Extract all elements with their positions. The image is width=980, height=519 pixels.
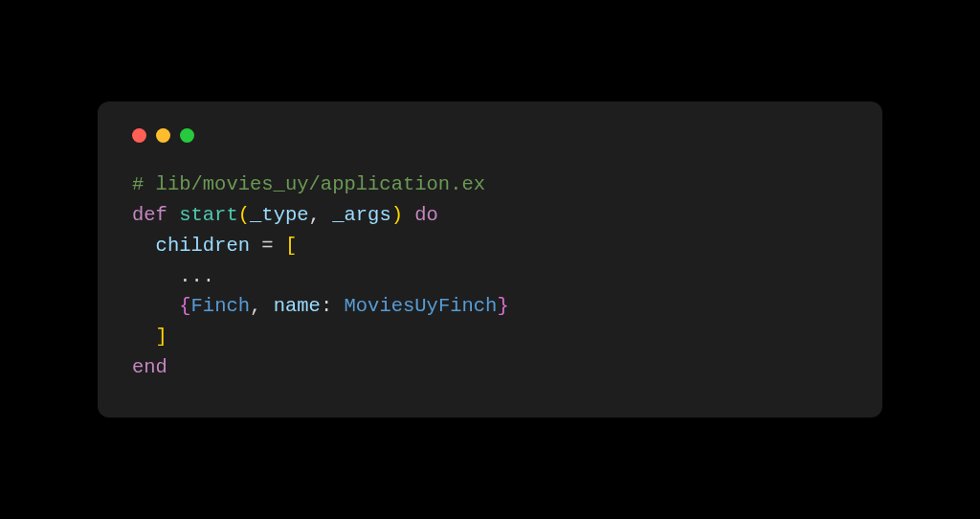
lparen: ( — [238, 204, 250, 226]
rbrace: } — [497, 295, 508, 317]
indent — [132, 295, 179, 317]
keyword-do: do — [414, 204, 438, 226]
space — [167, 204, 179, 226]
keyword-def: def — [132, 204, 167, 226]
indent — [132, 326, 156, 348]
minimize-icon[interactable] — [156, 128, 170, 143]
code-block: # lib/movies_uy/application.ex def start… — [132, 169, 848, 382]
function-name: start — [179, 204, 238, 226]
close-icon[interactable] — [132, 128, 146, 143]
equals: = — [261, 235, 273, 257]
var-children: children — [156, 235, 250, 257]
keyword-end: end — [132, 356, 167, 378]
ellipsis: ... — [179, 265, 214, 287]
space — [403, 204, 414, 226]
rparen: ) — [391, 204, 403, 226]
indent — [132, 235, 156, 257]
code-window: # lib/movies_uy/application.ex def start… — [98, 102, 882, 417]
traffic-lights — [132, 128, 848, 143]
module-finch: Finch — [191, 295, 251, 317]
colon: : — [321, 295, 345, 317]
space — [250, 235, 261, 257]
lbracket: [ — [285, 235, 297, 257]
comma: , — [309, 204, 333, 226]
param-args: _args — [332, 204, 391, 226]
param-type: _type — [250, 204, 309, 226]
comma: , — [250, 295, 274, 317]
indent — [132, 265, 179, 287]
zoom-icon[interactable] — [180, 128, 194, 143]
code-comment: # lib/movies_uy/application.ex — [132, 173, 485, 195]
rbracket: ] — [156, 326, 167, 348]
module-moviesuyfinch: MoviesUyFinch — [344, 295, 497, 317]
keyword-arg-name: name — [274, 295, 321, 317]
space — [274, 235, 285, 257]
lbrace: { — [179, 295, 190, 317]
